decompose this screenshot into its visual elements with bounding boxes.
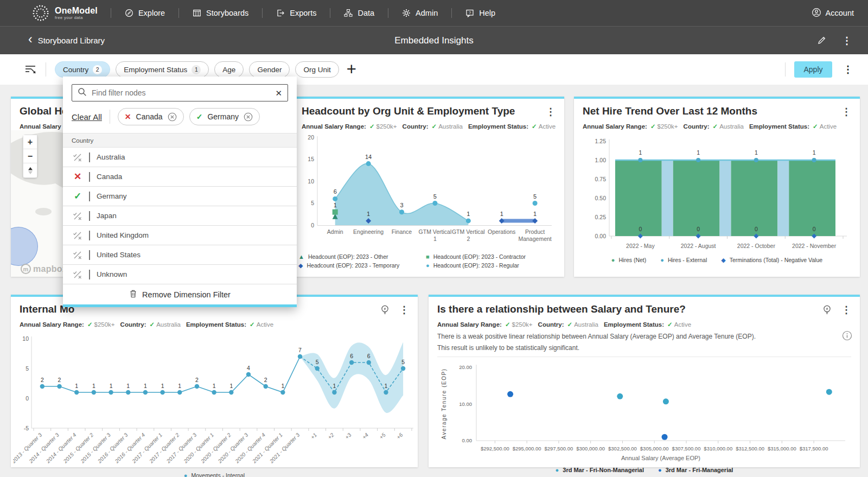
insight-button[interactable] — [380, 305, 390, 315]
svg-text:0.50: 0.50 — [595, 195, 607, 201]
selected-node-germany[interactable]: ✓Germany — [189, 108, 260, 125]
nav-item-label: Help — [479, 9, 495, 17]
nav-item-help[interactable]: ?Help — [452, 9, 509, 17]
legend-item: ●3rd Mar - Fri-Managerial — [658, 467, 733, 473]
map-tilt-button[interactable] — [23, 163, 37, 177]
filter-node-unknown[interactable]: Unknown — [63, 265, 297, 284]
filter-node-united-kingdom[interactable]: United Kingdom — [63, 226, 297, 245]
top-menu: ExploreStoryboardsExportsDataAdmin?Help — [111, 8, 812, 18]
nav-item-data[interactable]: Data — [330, 9, 388, 17]
filter-node-canada[interactable]: ✕Canada — [63, 167, 297, 187]
search-input[interactable] — [92, 88, 270, 97]
filter-panel-toggle[interactable] — [25, 65, 37, 75]
nav-item-admin[interactable]: Admin — [388, 9, 451, 17]
remove-dimension-filter-button[interactable]: Remove Dimension Filter — [63, 284, 297, 304]
filter-chip-list: Country2Employment Status1AgeGenderOrg U… — [55, 61, 339, 78]
svg-text:10: 10 — [22, 335, 29, 342]
storyboard-menu-button[interactable]: ⋮ — [842, 36, 852, 46]
selected-node-label: Canada — [136, 112, 163, 121]
nav-item-storyboards[interactable]: Storyboards — [179, 9, 262, 17]
check-icon: ✓ — [667, 321, 673, 328]
legend-item: ◆Headcount (EOP): 2023 - Temporary — [298, 262, 426, 269]
filter-node-label: Canada — [97, 173, 122, 181]
remove-dimension-filter-label: Remove Dimension Filter — [142, 290, 231, 299]
svg-text:0: 0 — [639, 226, 642, 232]
nav-item-exports[interactable]: Exports — [263, 9, 330, 17]
filter-chip-gender[interactable]: Gender — [249, 61, 290, 78]
card-menu-button[interactable]: ⋮ — [841, 107, 851, 117]
storyboard-header: ‹ Storyboard Library Embedded Insights ⋮ — [0, 26, 868, 54]
svg-text:Admin: Admin — [327, 228, 343, 235]
map-zoom-in-button[interactable]: + — [23, 135, 37, 149]
svg-text:2: 2 — [467, 236, 470, 242]
check-icon: ✓ — [150, 321, 155, 328]
svg-text:4: 4 — [247, 365, 250, 371]
remove-node-icon[interactable] — [244, 112, 253, 122]
nav-item-explore[interactable]: Explore — [111, 9, 178, 17]
card-filters: Annual Salary Range:✓$250k+Country:✓Aust… — [574, 117, 860, 131]
filter-node-australia[interactable]: Australia — [63, 148, 297, 167]
svg-text:1: 1 — [639, 149, 642, 156]
filter-value: $250k+ — [94, 321, 115, 328]
filter-node-germany[interactable]: ✓Germany — [63, 187, 297, 206]
card-menu-button[interactable]: ⋮ — [399, 305, 409, 315]
filter-node-united-states[interactable]: United States — [63, 245, 297, 265]
edit-storyboard-button[interactable] — [816, 35, 827, 46]
map-zoom-out-button[interactable]: − — [23, 149, 37, 163]
data-icon — [344, 9, 353, 17]
legend-label: Headcount (EOP): 2023 - Other — [308, 253, 388, 260]
remove-node-icon[interactable] — [168, 112, 177, 122]
svg-text:1: 1 — [75, 383, 78, 389]
svg-text:1: 1 — [385, 383, 388, 389]
filter-chip-org-unit[interactable]: Org Unit — [295, 61, 339, 78]
svg-text:20: 20 — [308, 134, 314, 141]
apply-button[interactable]: Apply — [794, 61, 832, 78]
svg-text:1.00: 1.00 — [595, 157, 607, 163]
svg-text:10.00: 10.00 — [459, 401, 472, 407]
svg-text:2020 - Quarter 2: 2020 - Quarter 2 — [199, 431, 232, 465]
divider — [89, 172, 90, 182]
nav-item-label: Explore — [138, 9, 165, 17]
back-to-storyboard-library[interactable]: ‹ Storyboard Library — [28, 35, 105, 46]
divider — [89, 192, 90, 201]
add-filter-button[interactable]: + — [347, 63, 356, 77]
svg-text:1: 1 — [813, 149, 816, 156]
filter-value: Active — [820, 123, 837, 130]
card-menu-button[interactable]: ⋮ — [546, 107, 556, 117]
svg-text:1: 1 — [333, 383, 336, 389]
filter-label: Annual Salary Range: — [302, 123, 366, 130]
svg-text:2021 - Quarter 3: 2021 - Quarter 3 — [268, 431, 301, 465]
selected-node-canada[interactable]: ✕Canada — [118, 108, 184, 125]
onemodel-logo[interactable]: OneModel free your data — [31, 4, 98, 22]
svg-text:14: 14 — [365, 154, 372, 160]
info-icon — [842, 330, 852, 341]
account-button[interactable]: Account — [812, 8, 854, 19]
info-button[interactable] — [842, 330, 852, 341]
svg-text:1: 1 — [697, 149, 700, 156]
clear-all-link[interactable]: Clear All — [72, 112, 102, 122]
insight-button[interactable] — [822, 305, 832, 315]
svg-text:2016 - Quarter 4: 2016 - Quarter 4 — [113, 431, 146, 465]
filter-bar-menu-button[interactable]: ⋮ — [843, 65, 853, 74]
filter-chip-employment-status[interactable]: Employment Status1 — [116, 61, 209, 78]
svg-text:1: 1 — [110, 383, 113, 389]
chart-legend: ●3rd Mar - Fri-Non-Managerial●3rd Mar - … — [429, 467, 860, 473]
filter-node-japan[interactable]: Japan — [63, 206, 297, 226]
svg-text:3: 3 — [400, 202, 403, 208]
card-menu-button[interactable]: ⋮ — [841, 305, 851, 315]
svg-text:6: 6 — [350, 353, 353, 359]
svg-text:0.25: 0.25 — [595, 214, 607, 220]
clear-search-icon[interactable]: ✕ — [275, 89, 282, 97]
app-root: OneModel free your data ExploreStoryboar… — [0, 0, 868, 477]
divider — [89, 211, 90, 221]
mapbox-icon: m — [21, 264, 31, 274]
svg-text:2017 - Quarter 1: 2017 - Quarter 1 — [131, 432, 163, 465]
svg-text:10: 10 — [308, 178, 314, 185]
card-title: Headcount by Org Unit & Employment Type — [302, 105, 515, 117]
filter-chip-age[interactable]: Age — [214, 61, 244, 78]
help-icon: ? — [465, 9, 474, 17]
divider — [89, 270, 90, 279]
filter-node-label: Germany — [97, 192, 127, 200]
svg-text:GTM Vertical: GTM Vertical — [452, 228, 485, 235]
filter-chip-country[interactable]: Country2 — [55, 61, 110, 78]
